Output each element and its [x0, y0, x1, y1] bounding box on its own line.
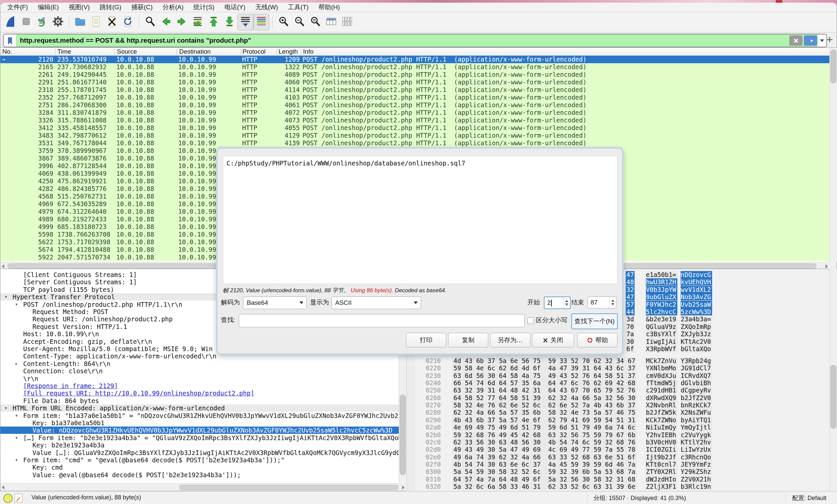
expander-open-icon[interactable]: ▾ — [4, 293, 7, 300]
menu-item-4[interactable]: 跳转(G) — [95, 2, 126, 12]
bytes-scrollbar[interactable] — [830, 269, 837, 491]
close-file-button[interactable] — [104, 14, 120, 31]
close-button[interactable]: 关闭 — [532, 333, 574, 348]
go-back-button[interactable] — [158, 14, 174, 31]
go-forward-button[interactable] — [174, 14, 190, 31]
case-sensitive-checkbox[interactable] — [527, 317, 534, 324]
hex-row[interactable]: 023063 6d 56 30 64 58 4a 75 49 43 52 76 … — [415, 372, 830, 379]
packet-row[interactable]: 3483342.79877061210.0.10.8810.0.10.99HTT… — [0, 132, 830, 139]
column-divider[interactable] — [177, 48, 177, 55]
zoom-in-button[interactable] — [275, 14, 291, 31]
menu-item-6[interactable]: 分析(A) — [158, 2, 189, 12]
detail-line[interactable]: Value […]: QGluaV9zZXQoImRpc3BsYXlfZXJyb… — [0, 449, 406, 456]
spin-arrows-icon[interactable] — [563, 297, 570, 309]
column-header-protocol[interactable]: Protocol — [243, 48, 266, 56]
expander-open-icon[interactable]: ▾ — [4, 405, 7, 412]
expander-open-icon[interactable]: ▾ — [15, 434, 18, 442]
detail-line[interactable]: Key: b2e3e1923a4b3a — [0, 442, 406, 449]
go-first-button[interactable] — [206, 14, 221, 31]
start-spinbox[interactable]: 2 — [544, 297, 571, 309]
packet-row[interactable]: 3531349.76717804410.0.10.8810.0.10.99HTT… — [0, 139, 830, 147]
show-as-select[interactable]: ASCII — [332, 297, 421, 309]
menu-item-7[interactable]: 统计(S) — [189, 2, 219, 12]
find-packet-button[interactable] — [142, 14, 158, 31]
expander-open-icon[interactable]: ▾ — [15, 412, 18, 419]
expander-open-icon[interactable]: ▾ — [15, 301, 18, 308]
menu-item-8[interactable]: 电话(Y) — [219, 2, 250, 12]
hex-row[interactable]: 03205a 32 6c 6a 58 33 46 31 62 33 52 6c … — [415, 483, 830, 490]
packet-row[interactable]: 2291251.86167714010.0.10.8810.0.10.99HTT… — [0, 78, 830, 86]
hex-row[interactable]: 024066 54 74 6d 64 57 35 6a 64 47 6c 76 … — [415, 379, 830, 387]
detail-line[interactable]: Connection: close\r\n — [0, 367, 406, 375]
column-divider[interactable] — [301, 48, 301, 55]
column-header-time[interactable]: Time — [57, 48, 71, 56]
column-header-no[interactable]: No. — [2, 48, 12, 56]
decoded-bytes-text[interactable]: C:/phpStudy/PHPTutorial/WWW/onlineshop/d… — [223, 156, 618, 284]
details-hscrollbar[interactable] — [0, 483, 406, 491]
filter-bookmark-icon[interactable] — [4, 34, 17, 46]
hex-row[interactable]: 02b059 32 68 76 49 45 42 68 63 32 56 75 … — [415, 431, 830, 438]
end-spinbox[interactable]: 87 — [588, 297, 617, 309]
detail-line[interactable]: ▸Content-Length: 864\r\n — [0, 360, 406, 367]
zoom-out-button[interactable] — [291, 14, 307, 31]
packet-row[interactable]: 2318255.17870174510.0.10.8810.0.10.99HTT… — [0, 86, 830, 94]
column-header-length[interactable]: Length — [279, 48, 298, 56]
expert-info-icon[interactable] — [3, 494, 13, 503]
restart-capture-button[interactable] — [34, 14, 50, 31]
menu-item-10[interactable]: 工具(T) — [283, 2, 313, 12]
resize-columns-button[interactable] — [323, 14, 339, 31]
hex-row[interactable]: 022059 58 4e 6c 62 6d 4d 6f 4a 47 39 31 … — [415, 365, 830, 372]
save-as-button[interactable]: 另存为… — [490, 333, 530, 348]
colorize-button[interactable] — [253, 14, 269, 31]
decode-as-select[interactable]: Base64 — [243, 297, 307, 309]
open-file-button[interactable] — [72, 14, 88, 31]
menu-item-3[interactable]: 视图(V) — [64, 2, 95, 12]
hex-row[interactable]: 028062 32 4a 66 5a 57 35 6b 58 32 4e 73 … — [415, 409, 830, 416]
packet-list-scrollbar[interactable] — [830, 48, 837, 262]
menu-item-5[interactable]: 捕获(C) — [126, 2, 157, 12]
go-last-button[interactable] — [221, 14, 237, 31]
detail-line[interactable]: ▾HTML Form URL Encoded: application/x-ww… — [0, 405, 406, 412]
menu-item-2[interactable]: 编辑(E) — [33, 2, 64, 12]
column-divider[interactable] — [114, 48, 115, 55]
detail-line[interactable]: [Full request URI: http://10.0.10.99/onl… — [0, 390, 406, 397]
column-divider[interactable] — [55, 48, 56, 55]
spin-arrows-icon[interactable] — [609, 297, 616, 308]
menu-item-9[interactable]: 无线(W) — [250, 2, 283, 12]
auto-scroll-button[interactable] — [237, 14, 253, 31]
hex-row[interactable]: 02f04b 54 74 30 63 6e 6c 37 4a 45 59 39 … — [415, 461, 830, 468]
copy-button[interactable]: 复制 — [448, 333, 488, 348]
filter-clear-icon[interactable] — [789, 35, 803, 46]
find-input[interactable] — [239, 314, 525, 327]
hex-row[interactable]: 027058 32 4e 76 62 6e 52 6c 62 6e 52 7a … — [415, 402, 830, 409]
filter-input[interactable] — [17, 37, 789, 44]
column-header-source[interactable]: Source — [117, 48, 137, 56]
capture-options-button[interactable] — [50, 14, 66, 31]
detail-line[interactable]: Value: @eval(@base64_decode($_POST['b2e3… — [0, 471, 406, 479]
expander-open-icon[interactable]: ▾ — [15, 456, 18, 464]
column-divider[interactable] — [241, 48, 241, 55]
capture-comment-icon[interactable] — [15, 494, 22, 502]
detail-line[interactable]: ▾[…] Form item: "b2e3e1923a4b3a" = "QGlu… — [0, 434, 406, 442]
packet-row[interactable]: 3412335.45814855710.0.10.8810.0.10.99HTT… — [0, 124, 830, 132]
hex-row[interactable]: 02e049 6a 74 39 62 32 4a 66 63 33 52 68 … — [415, 453, 830, 461]
hex-row[interactable]: 02c062 33 56 30 63 48 56 30 4b 54 74 6c … — [415, 438, 830, 446]
go-to-packet-button[interactable] — [190, 14, 206, 31]
packet-row[interactable]: 2352257.76871209710.0.10.8810.0.10.99HTT… — [0, 94, 830, 101]
save-file-button[interactable] — [88, 14, 104, 31]
menu-item-1[interactable]: 文件(F) — [2, 2, 33, 12]
stop-capture-button[interactable] — [18, 14, 34, 31]
detail-line[interactable]: File Data: 864 bytes — [0, 397, 406, 405]
detail-line[interactable]: Key: b1a37a0e1a50b1 — [0, 419, 406, 427]
hex-row[interactable]: 026064 58 52 77 64 58 51 39 62 32 4a 66 … — [415, 394, 830, 402]
detail-line[interactable]: [Response in frame: 2129] — [0, 382, 406, 390]
hex-row[interactable]: 025063 32 39 31 64 48 42 31 64 43 67 70 … — [415, 387, 830, 394]
hex-row[interactable]: 02d049 43 49 30 5a 47 49 69 4c 69 49 77 … — [415, 446, 830, 453]
zoom-original-button[interactable] — [307, 14, 323, 31]
packet-row[interactable]: →2120235.53701674910.0.10.8810.0.10.99HT… — [0, 56, 830, 63]
start-capture-button[interactable] — [2, 14, 18, 31]
column-display-button[interactable]: 1223 — [339, 14, 355, 31]
menu-item-11[interactable]: 帮助(H) — [314, 2, 345, 12]
help-button[interactable]: 帮助 — [577, 333, 618, 348]
detail-line[interactable]: ▾Form item: "cmd" = "@eval(@base64_decod… — [0, 456, 406, 464]
